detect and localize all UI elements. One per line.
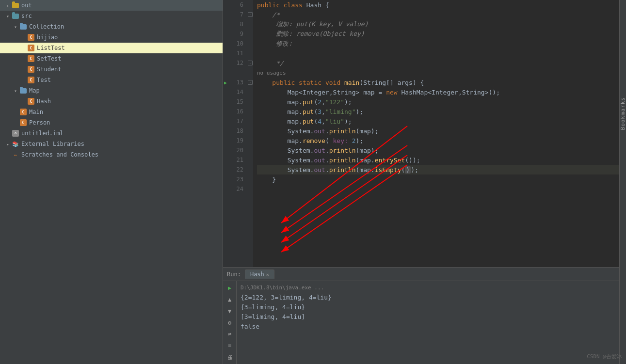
code-line-6: public class Hash { (257, 0, 619, 10)
sidebar-label-map: Map (29, 87, 40, 94)
output-line-2: {2=122, 3=liming, 4=liu} (241, 293, 615, 302)
sidebar-label-student: Student (37, 66, 62, 73)
code-line-14: Map<Integer,String> map = new HashMap<In… (257, 87, 619, 97)
gutter-10 (247, 39, 253, 48)
gutter-22 (247, 165, 253, 174)
code-line-13: public static void main(String[] args) { (257, 78, 619, 87)
line-num-13: ▶ 13 (223, 78, 247, 87)
folder-icon-map (19, 87, 27, 95)
gutter-15 (247, 97, 253, 107)
line-num-24: 24 (223, 184, 247, 194)
run-tab-label: Hash (250, 271, 264, 278)
run-tab-hash[interactable]: Hash ✕ (245, 269, 274, 279)
sidebar-item-collection[interactable]: Collection (0, 21, 223, 32)
java-icon-hash: C (27, 97, 35, 105)
java-icon-student: C (27, 65, 35, 73)
output-line-3: {3=liming, 4=liu} (241, 302, 615, 312)
gutter-19 (247, 136, 253, 145)
sidebar-label-out: out (21, 2, 32, 9)
code-line-nousages: no usages (257, 68, 619, 78)
sidebar-item-bijiao[interactable]: C bijiao (0, 32, 223, 43)
line-num-23: 23 (223, 174, 247, 184)
code-lines: public class Hash { /* 增加: put(K key, V … (253, 0, 619, 267)
tree-arrow-ext-lib (4, 140, 12, 148)
sidebar-label-ext-lib: External Libraries (21, 141, 84, 147)
sidebar-item-hash[interactable]: C Hash (0, 96, 223, 107)
gutter-24 (247, 184, 253, 194)
gutter-13: - (247, 78, 253, 87)
line-num-9: 9 (223, 29, 247, 39)
gutter-12: - (247, 58, 253, 68)
output-line-5: false (241, 322, 615, 332)
code-line-19: map.remove( key: 2); (257, 136, 619, 145)
line-num-21: 21 (223, 155, 247, 165)
line-num-19: 19 (223, 136, 247, 145)
java-icon-person: C (19, 119, 27, 127)
line-num-6: 6 (223, 0, 247, 10)
run-down-button[interactable]: ▼ (225, 306, 235, 316)
run-play-button[interactable]: ▶ (225, 283, 235, 293)
run-settings-button[interactable]: ⚙ (225, 318, 235, 328)
sidebar-item-main[interactable]: C Main (0, 107, 223, 117)
run-print-button[interactable]: 🖨 (225, 352, 235, 362)
sidebar-label-test: Test (37, 77, 51, 83)
run-wrap-button[interactable]: ⇌ (225, 329, 235, 339)
folder-icon-out (12, 1, 19, 9)
scratch-icon: ✏ (12, 151, 19, 158)
gutter-11 (247, 48, 253, 58)
play-icon[interactable]: ▶ (224, 80, 227, 85)
gutter-6 (247, 0, 253, 10)
sidebar-item-iml[interactable]: ⚙ untitled.iml (0, 128, 223, 139)
output-line-1: D:\JDK1.8\bin\java.exe ... (241, 283, 615, 293)
bookmarks-label: Bookmarks (620, 97, 626, 130)
gutter-17 (247, 116, 253, 126)
code-line-8: 增加: put(K key, V value) (257, 19, 619, 29)
java-icon-settest: C (27, 55, 35, 63)
gutter: - - - (247, 0, 253, 267)
code-line-11 (257, 48, 619, 58)
sidebar-item-scratches[interactable]: ✏ Scratches and Consoles (0, 149, 223, 160)
line-numbers: 6 7 8 9 10 11 12 ▶ 13 14 15 16 17 (223, 0, 247, 267)
bookmarks-sidebar: Bookmarks (619, 0, 626, 364)
tree-arrow-src (4, 12, 12, 20)
code-line-17: map.put(4,"liu"); (257, 116, 619, 126)
gutter-14 (247, 87, 253, 97)
code-line-18: System.out.println(map); (257, 126, 619, 136)
gutter-8 (247, 19, 253, 29)
line-num-nousages (223, 68, 247, 78)
run-tab-close[interactable]: ✕ (266, 272, 269, 277)
line-num-14: 14 (223, 87, 247, 97)
line-num-8: 8 (223, 19, 247, 29)
code-line-23: } (257, 174, 619, 184)
code-line-21: System.out.println(map.entrySet()); (257, 155, 619, 165)
folder-icon-src (12, 12, 19, 20)
line-num-10: 10 (223, 39, 247, 48)
sidebar-item-person[interactable]: C Person (0, 117, 223, 128)
sidebar-item-settest[interactable]: C SetTest (0, 53, 223, 64)
gutter-7: - (247, 10, 253, 19)
sidebar-item-ext-lib[interactable]: 📚 External Libraries (0, 139, 223, 149)
iml-icon: ⚙ (12, 129, 19, 137)
tree-arrow-out (4, 1, 12, 9)
bottom-panel: Run: Hash ✕ ▶ ▲ ▼ ⚙ ⇌ ≡ 🖨 D:\JDK1.8\bin\ (223, 267, 619, 364)
sidebar-label-collection: Collection (29, 23, 64, 30)
sidebar-item-listtest[interactable]: C ListTest (0, 43, 223, 53)
gutter-16 (247, 107, 253, 116)
run-toolbar: ▶ ▲ ▼ ⚙ ⇌ ≡ 🖨 (223, 281, 237, 364)
sidebar-label-bijiao: bijiao (37, 34, 58, 41)
line-num-18: 18 (223, 126, 247, 136)
line-num-22: 22 (223, 165, 247, 174)
run-sort-button[interactable]: ≡ (225, 341, 235, 350)
watermark: CSDN @吾爱冰 (587, 353, 622, 360)
sidebar-item-student[interactable]: C Student (0, 64, 223, 75)
code-line-15: map.put(2,"122"); (257, 97, 619, 107)
sidebar-item-map[interactable]: Map (0, 85, 223, 96)
sidebar-label-main: Main (29, 109, 43, 115)
sidebar-item-src[interactable]: src (0, 11, 223, 21)
sidebar-item-out[interactable]: out (0, 0, 223, 11)
code-line-20: System.out.println(map); (257, 145, 619, 155)
gutter-21 (247, 155, 253, 165)
run-up-button[interactable]: ▲ (225, 295, 235, 304)
sidebar-item-test[interactable]: C Test (0, 75, 223, 85)
file-tree[interactable]: out src Collection C bijiao C ListTest (0, 0, 223, 364)
